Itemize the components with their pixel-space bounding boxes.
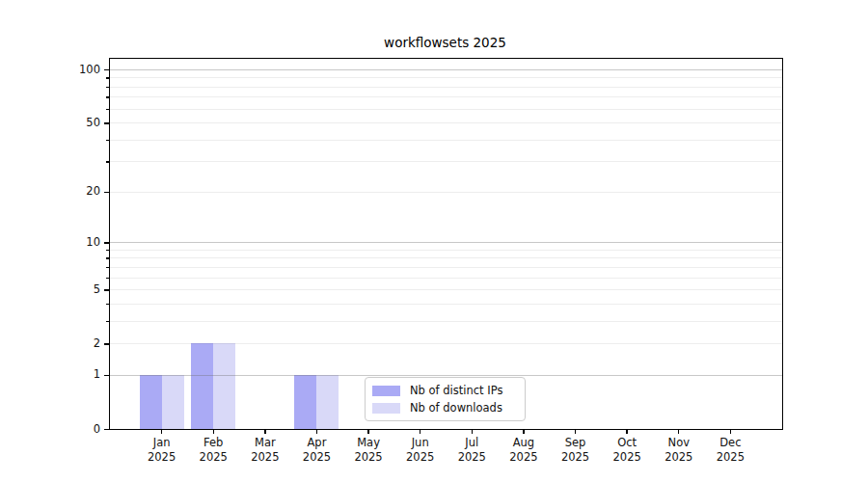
y-axis-minor-tick [106, 109, 109, 110]
gridline-major [110, 69, 782, 70]
y-axis-minor-tick [106, 96, 109, 97]
y-axis-minor-tick [106, 267, 109, 268]
bar-downloads [162, 375, 184, 429]
y-axis-tick-label: 1 [50, 367, 100, 382]
gridline-minor [110, 257, 782, 258]
x-axis-tick [367, 429, 368, 434]
y-axis-tick [104, 375, 109, 376]
y-axis-minor-tick [106, 304, 109, 305]
gridline-minor [110, 161, 782, 162]
x-axis-tick [472, 429, 473, 434]
bar-downloads [316, 375, 339, 429]
y-axis-tick [104, 192, 109, 193]
y-axis-tick-label: 50 [50, 116, 100, 130]
bar-downloads [213, 343, 235, 429]
bar-distinct-ips [294, 375, 316, 429]
y-axis-minor-tick [106, 278, 109, 279]
y-axis-minor-tick [106, 250, 109, 251]
x-axis-tick [264, 429, 265, 434]
legend-item-downloads: Nb of downloads [372, 400, 517, 415]
y-axis-tick [104, 242, 109, 243]
gridline-minor [110, 140, 782, 141]
y-axis-minor-tick [106, 77, 109, 78]
plot-area: Nb of distinct IPs Nb of downloads 01251… [109, 58, 783, 430]
y-axis-tick [104, 122, 109, 123]
gridline-minor [110, 304, 782, 305]
gridline-minor [110, 87, 782, 88]
gridline-minor [110, 289, 782, 290]
y-axis-tick-label: 10 [50, 235, 100, 250]
gridline-minor [110, 278, 782, 279]
x-tick-month: Dec [699, 436, 761, 450]
y-axis-minor-tick [106, 257, 109, 258]
gridline-minor [110, 192, 782, 193]
gridline-minor [110, 321, 782, 322]
x-tick-year: 2025 [699, 450, 761, 465]
x-axis-tick [316, 429, 317, 434]
y-axis-tick-label: 2 [50, 336, 100, 351]
gridline-minor [110, 250, 782, 251]
y-axis-tick-label: 0 [50, 422, 100, 437]
figure: workflowsets 2025 Nb of distinct IPs Nb … [0, 0, 868, 482]
y-axis-tick [104, 69, 109, 70]
y-axis-minor-tick [106, 140, 109, 141]
gridline-minor [110, 109, 782, 110]
x-axis-tick [575, 429, 576, 434]
y-axis-minor-tick [106, 161, 109, 162]
gridline-minor [110, 267, 782, 268]
x-axis-tick [730, 429, 731, 434]
bar-distinct-ips [140, 375, 162, 429]
legend-label-distinct-ips: Nb of distinct IPs [410, 384, 502, 397]
gridline-minor [110, 96, 782, 97]
gridline-minor [110, 77, 782, 78]
legend-label-downloads: Nb of downloads [410, 401, 502, 415]
x-axis-tick [678, 429, 679, 434]
y-axis-tick [104, 289, 109, 290]
legend-item-distinct-ips: Nb of distinct IPs [372, 383, 517, 398]
y-axis-tick-label: 5 [50, 282, 100, 297]
bar-distinct-ips [191, 343, 213, 429]
x-axis-tick [420, 429, 420, 434]
y-axis-minor-tick [106, 321, 109, 322]
gridline-major [110, 242, 782, 243]
legend: Nb of distinct IPs Nb of downloads [365, 377, 526, 421]
y-axis-tick [104, 343, 109, 344]
x-axis-tick [626, 429, 627, 434]
x-axis-tick [161, 429, 162, 434]
x-axis-tick [213, 429, 214, 434]
legend-swatch-downloads [372, 403, 400, 414]
gridline-minor [110, 122, 782, 123]
y-axis-minor-tick [106, 87, 109, 88]
y-axis-tick [104, 429, 109, 430]
y-axis-tick-label: 100 [50, 63, 100, 77]
legend-swatch-distinct-ips [372, 386, 400, 396]
x-axis-tick [523, 429, 524, 434]
y-axis-tick-label: 20 [50, 184, 100, 199]
x-axis-tick-label: Dec2025 [699, 436, 761, 465]
chart-title: workflowsets 2025 [109, 35, 781, 50]
